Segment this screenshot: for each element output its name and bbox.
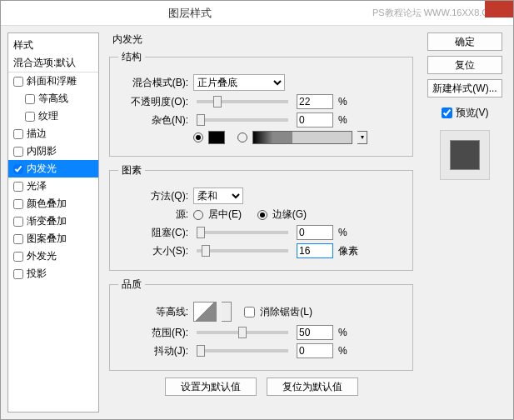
range-label: 范围(R): [118,326,188,340]
style-checkbox[interactable] [13,252,23,262]
antialias-checkbox[interactable] [244,307,255,318]
contour-label: 等高线: [118,305,188,319]
style-item-5[interactable]: 内发光 [8,160,98,178]
right-panel: 确定 复位 新建样式(W)... 预览(V) [423,32,507,412]
choke-slider[interactable] [197,231,288,234]
set-default-button[interactable]: 设置为默认值 [165,378,257,396]
new-style-button[interactable]: 新建样式(W)... [427,79,502,98]
style-item-label: 内发光 [27,162,57,176]
contour-dropdown-icon[interactable] [222,302,232,322]
style-checkbox[interactable] [13,269,23,279]
elements-group: 图素 方法(Q): 柔和 源: 居中(E) 边缘(G) 阻塞(C): [109,163,413,271]
style-checkbox[interactable] [13,234,23,244]
style-checkbox[interactable] [13,129,23,139]
preview-checkbox-row[interactable]: 预览(V) [442,106,489,120]
noise-input[interactable] [297,112,333,128]
style-item-7[interactable]: 颜色叠加 [8,195,98,212]
preview-inner [450,140,480,170]
range-input[interactable] [297,325,333,340]
gradient-radio[interactable] [237,132,247,142]
range-slider[interactable] [197,331,288,334]
style-checkbox[interactable] [13,164,23,174]
style-item-11[interactable]: 投影 [8,265,98,282]
preview-label: 预览(V) [456,106,489,120]
blend-mode-label: 混合模式(B): [118,76,188,90]
percent-unit: % [338,345,358,357]
size-label: 大小(S): [118,244,188,258]
method-select[interactable]: 柔和 [193,188,243,204]
structure-group: 结构 混合模式(B): 正片叠底 不透明度(O): % 杂色(N): [109,50,413,157]
preview-swatch [440,130,490,180]
style-item-1[interactable]: 等高线 [8,90,98,108]
style-item-label: 图案叠加 [27,232,67,246]
color-radio[interactable] [193,132,203,142]
style-list-header[interactable]: 样式 [8,37,98,54]
style-checkbox[interactable] [13,217,23,227]
jitter-label: 抖动(J): [118,344,188,358]
style-item-10[interactable]: 外发光 [8,248,98,265]
style-item-6[interactable]: 光泽 [8,178,98,195]
quality-legend: 品质 [118,278,145,292]
opacity-label: 不透明度(O): [118,95,188,109]
style-checkbox[interactable] [13,147,23,157]
jitter-input[interactable] [297,343,333,358]
style-item-label: 描边 [27,127,47,141]
noise-label: 杂色(N): [118,113,188,128]
choke-input[interactable] [297,225,333,240]
reset-button[interactable]: 复位 [427,56,502,74]
opacity-slider[interactable] [197,100,288,103]
center-panel: 内发光 结构 混合模式(B): 正片叠底 不透明度(O): % 杂色(N): [106,32,417,412]
percent-unit: % [338,114,358,126]
style-item-0[interactable]: 斜面和浮雕 [8,72,98,90]
style-list: 样式 混合选项:默认 斜面和浮雕等高线纹理描边内阴影内发光光泽颜色叠加渐变叠加图… [7,32,99,412]
contour-swatch[interactable] [193,302,217,322]
size-input[interactable] [297,243,333,258]
style-item-8[interactable]: 渐变叠加 [8,212,98,230]
style-item-label: 等高线 [38,92,68,106]
style-checkbox[interactable] [13,182,23,192]
style-checkbox[interactable] [13,199,23,209]
style-checkbox[interactable] [13,77,23,87]
noise-slider[interactable] [197,118,288,122]
structure-legend: 结构 [118,50,145,64]
style-item-2[interactable]: 纹理 [8,108,98,125]
source-center-label: 居中(E) [208,208,242,222]
layer-style-dialog: 图层样式 PS教程论坛 WWW.16XX8.COM 样式 混合选项:默认 斜面和… [0,0,514,420]
style-checkbox[interactable] [25,94,35,104]
reset-default-button[interactable]: 复位为默认值 [267,378,358,396]
choke-label: 阻塞(C): [118,226,188,240]
gradient-swatch[interactable] [252,131,352,144]
style-item-3[interactable]: 描边 [8,125,98,142]
titlebar: 图层样式 PS教程论坛 WWW.16XX8.COM [1,1,513,26]
style-item-label: 光泽 [27,179,47,193]
blend-mode-select[interactable]: 正片叠底 [193,74,285,91]
style-item-label: 投影 [27,267,47,281]
color-swatch[interactable] [208,131,225,144]
source-edge-radio[interactable] [257,210,267,220]
source-center-radio[interactable] [193,210,203,220]
elements-legend: 图素 [118,163,145,178]
percent-unit: % [338,227,358,238]
style-item-label: 内阴影 [27,144,57,158]
opacity-input[interactable] [297,94,333,109]
close-icon[interactable] [485,1,513,18]
ok-button[interactable]: 确定 [427,32,502,51]
size-slider[interactable] [197,249,288,252]
style-checkbox[interactable] [25,112,35,122]
quality-group: 品质 等高线: 消除锯齿(L) 范围(R): % 抖动(J): [109,278,413,371]
antialias-label: 消除锯齿(L) [260,305,312,319]
watermark: PS教程论坛 WWW.16XX8.COM [372,7,503,19]
percent-unit: % [338,96,358,108]
style-item-label: 纹理 [38,109,58,123]
style-item-9[interactable]: 图案叠加 [8,230,98,248]
source-label: 源: [118,208,188,222]
panel-title: 内发光 [109,32,413,47]
jitter-slider[interactable] [197,349,288,352]
content: 样式 混合选项:默认 斜面和浮雕等高线纹理描边内阴影内发光光泽颜色叠加渐变叠加图… [1,26,513,419]
gradient-dropdown-icon[interactable]: ▾ [357,131,367,144]
source-edge-label: 边缘(G) [272,208,307,222]
blend-options-default[interactable]: 混合选项:默认 [8,54,98,72]
method-label: 方法(Q): [118,189,188,203]
style-item-4[interactable]: 内阴影 [8,142,98,160]
preview-checkbox[interactable] [442,108,452,118]
